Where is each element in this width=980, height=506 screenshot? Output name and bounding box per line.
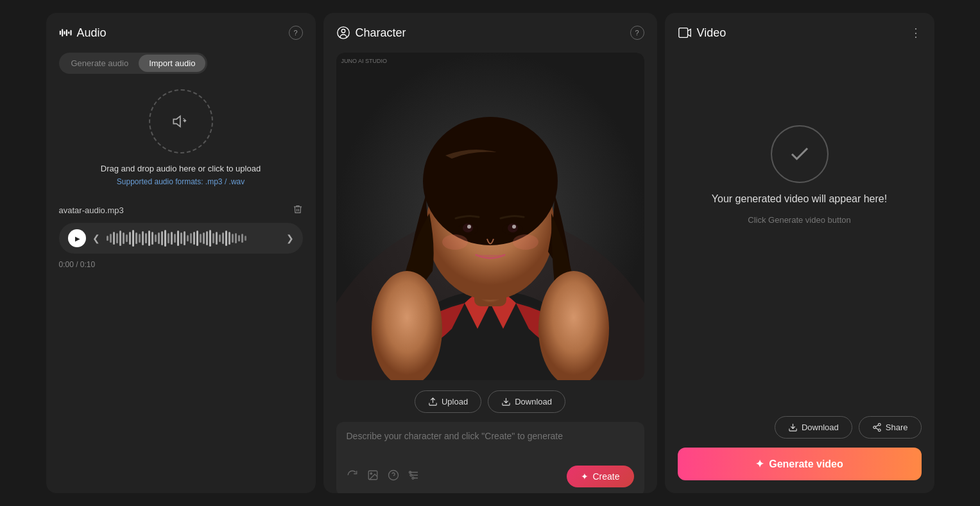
upload-sub-text: Supported audio formats: .mp3 / .wav — [59, 177, 303, 186]
main-container: Audio ? Generate audio Import audio Drag… — [0, 0, 980, 506]
audio-file-row: avatar-audio.mp3 — [59, 204, 303, 216]
audio-filename: avatar-audio.mp3 — [59, 205, 124, 215]
svg-point-9 — [341, 30, 345, 33]
svg-point-30 — [388, 471, 398, 480]
prompt-toolbar: ✦ Create — [347, 466, 634, 487]
next-icon[interactable]: ❯ — [286, 233, 294, 243]
svg-line-43 — [875, 428, 878, 429]
svg-rect-4 — [68, 31, 69, 33]
character-panel: Character ? — [323, 13, 657, 493]
settings-icon[interactable] — [408, 469, 420, 484]
video-placeholder-title: Your generated video will appear here! — [712, 193, 887, 205]
audio-tab-switcher: Generate audio Import audio — [59, 53, 208, 74]
upload-label: Upload — [442, 397, 468, 406]
svg-marker-6 — [173, 116, 180, 126]
share-icon — [872, 423, 882, 432]
audio-header: Audio ? — [59, 26, 303, 40]
create-label: Create — [592, 471, 619, 482]
svg-point-37 — [412, 477, 414, 479]
character-title: Character — [356, 26, 406, 40]
svg-line-44 — [875, 425, 878, 426]
help-prompt-icon[interactable] — [388, 469, 399, 484]
svg-point-36 — [410, 475, 412, 476]
delete-audio-icon[interactable] — [293, 204, 303, 216]
generate-sparkle-icon: ✦ — [755, 458, 764, 470]
character-icon — [336, 26, 350, 40]
character-title-row: Character — [336, 26, 406, 40]
audio-icon — [59, 26, 72, 39]
audio-title-row: Audio — [59, 26, 107, 40]
character-image-container: JUNO AI STUDIO — [336, 53, 644, 380]
download-icon — [501, 397, 511, 406]
character-download-button[interactable]: Download — [488, 390, 565, 413]
svg-rect-3 — [65, 30, 67, 36]
video-icon — [678, 26, 692, 40]
svg-rect-1 — [62, 29, 63, 37]
audio-player: ▶ ❮ — [59, 223, 303, 254]
upload-main-text: Drag and drop audio here or click to upl… — [59, 164, 303, 173]
svg-point-20 — [467, 225, 471, 229]
audio-title: Audio — [77, 26, 107, 40]
character-help-icon[interactable]: ? — [630, 26, 644, 40]
character-image — [336, 53, 644, 380]
audio-help-icon[interactable]: ? — [289, 26, 303, 40]
watermark-text: JUNO AI STUDIO — [341, 58, 388, 64]
generate-audio-tab[interactable]: Generate audio — [61, 55, 139, 72]
audio-upload-zone[interactable] — [149, 89, 213, 153]
svg-point-22 — [442, 234, 468, 250]
check-circle-icon — [771, 125, 829, 183]
svg-point-23 — [513, 234, 538, 250]
prev-icon[interactable]: ❮ — [92, 233, 100, 243]
video-download-icon — [788, 423, 798, 432]
refresh-icon[interactable] — [347, 469, 358, 484]
play-button[interactable]: ▶ — [68, 229, 86, 247]
video-bottom-area: Download Share ✦ Generate video — [678, 416, 922, 480]
upload-icon — [428, 397, 438, 406]
volume-plus-icon — [172, 112, 190, 130]
character-prompt-input[interactable] — [347, 431, 634, 457]
svg-rect-5 — [70, 30, 71, 35]
video-title-row: Video — [678, 26, 726, 40]
video-placeholder-area: Your generated video will appear here! C… — [678, 53, 922, 297]
svg-rect-38 — [678, 28, 687, 38]
character-upload-button[interactable]: Upload — [415, 390, 481, 413]
audio-panel: Audio ? Generate audio Import audio Drag… — [46, 13, 316, 493]
svg-point-29 — [370, 473, 372, 474]
import-audio-tab[interactable]: Import audio — [139, 55, 205, 72]
waveform — [107, 229, 280, 247]
video-share-button[interactable]: Share — [859, 416, 922, 439]
video-menu-icon[interactable]: ⋮ — [910, 26, 922, 40]
svg-point-41 — [873, 426, 876, 429]
sparkle-icon: ✦ — [581, 471, 589, 482]
video-title: Video — [697, 26, 726, 40]
video-placeholder-subtitle: Click Generate video button — [748, 215, 850, 225]
character-action-buttons: Upload Download — [336, 390, 644, 413]
video-share-label: Share — [886, 423, 908, 432]
video-download-label: Download — [802, 423, 839, 432]
play-icon: ▶ — [75, 235, 80, 242]
video-action-buttons: Download Share — [678, 416, 922, 439]
video-download-button[interactable]: Download — [775, 416, 852, 439]
svg-point-21 — [512, 225, 516, 229]
audio-time: 0:00 / 0:10 — [59, 260, 303, 269]
svg-rect-2 — [64, 31, 65, 35]
video-panel: Video ⋮ Your generated video will appear… — [665, 13, 934, 493]
video-header: Video ⋮ — [678, 26, 922, 40]
image-icon[interactable] — [367, 469, 379, 484]
generate-video-label: Generate video — [769, 458, 843, 470]
svg-point-42 — [878, 429, 881, 432]
create-button[interactable]: ✦ Create — [567, 466, 633, 487]
character-header: Character ? — [336, 26, 644, 40]
character-prompt-box: ✦ Create — [336, 422, 644, 493]
svg-point-15 — [423, 117, 558, 245]
character-download-label: Download — [515, 397, 552, 406]
generate-video-button[interactable]: ✦ Generate video — [678, 448, 922, 480]
svg-point-40 — [878, 423, 881, 426]
svg-rect-0 — [59, 31, 60, 35]
